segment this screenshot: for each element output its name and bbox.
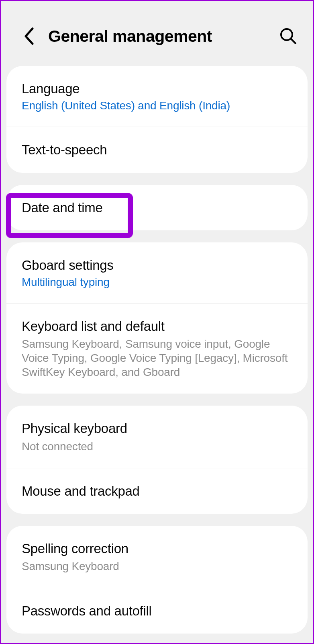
row-title: Text-to-speech	[22, 142, 292, 158]
row-spelling-correction[interactable]: Spelling correction Samsung Keyboard	[6, 526, 308, 588]
page-title: General management	[48, 27, 276, 46]
row-physical-keyboard[interactable]: Physical keyboard Not connected	[6, 406, 308, 468]
row-subtitle: Samsung Keyboard	[22, 559, 292, 573]
svg-line-1	[291, 39, 296, 43]
row-gboard-settings[interactable]: Gboard settings Multilingual typing	[6, 242, 308, 304]
chevron-left-icon	[24, 27, 34, 45]
row-title: Keyboard list and default	[22, 318, 292, 334]
row-subtitle: Not connected	[22, 439, 292, 453]
row-subtitle: Multilingual typing	[22, 276, 292, 289]
settings-group: Date and time	[6, 185, 308, 230]
row-text-to-speech[interactable]: Text-to-speech	[6, 127, 308, 172]
row-date-and-time[interactable]: Date and time	[6, 185, 308, 230]
settings-group: Physical keyboard Not connected Mouse an…	[6, 406, 308, 514]
header: General management	[1, 1, 313, 66]
settings-group: Gboard settings Multilingual typing Keyb…	[6, 242, 308, 394]
row-keyboard-list[interactable]: Keyboard list and default Samsung Keyboa…	[6, 304, 308, 394]
row-title: Language	[22, 80, 292, 97]
row-title: Passwords and autofill	[22, 603, 292, 619]
row-language[interactable]: Language English (United States) and Eng…	[6, 66, 308, 127]
settings-group: Language English (United States) and Eng…	[6, 66, 308, 173]
row-title: Gboard settings	[22, 257, 292, 273]
row-title: Date and time	[22, 199, 292, 216]
search-button[interactable]	[276, 24, 300, 48]
settings-group: Spelling correction Samsung Keyboard Pas…	[6, 526, 308, 634]
row-title: Physical keyboard	[22, 420, 292, 437]
row-subtitle: English (United States) and English (Ind…	[22, 99, 292, 112]
search-icon	[279, 27, 297, 45]
row-title: Mouse and trackpad	[22, 483, 292, 499]
back-button[interactable]	[17, 24, 41, 48]
row-title: Spelling correction	[22, 540, 292, 557]
row-subtitle: Samsung Keyboard, Samsung voice input, G…	[22, 337, 292, 379]
row-mouse-trackpad[interactable]: Mouse and trackpad	[6, 468, 308, 514]
row-passwords-autofill[interactable]: Passwords and autofill	[6, 588, 308, 634]
